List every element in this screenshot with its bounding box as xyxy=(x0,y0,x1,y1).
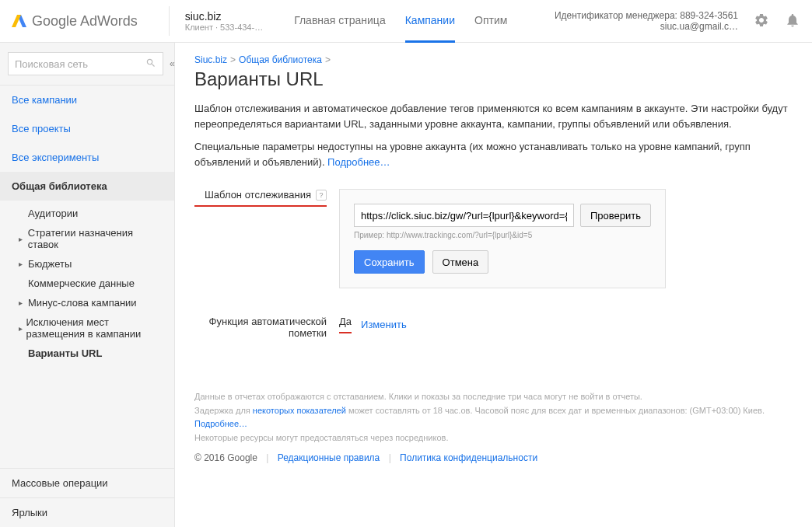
gear-icon[interactable] xyxy=(754,12,769,30)
nav-shared-library[interactable]: Общая библиотека xyxy=(0,172,174,201)
sidebar-item-label: Бюджеты xyxy=(28,258,72,270)
client-selector[interactable]: siuc.biz Клиент · 533-434-… xyxy=(169,6,278,36)
tab-home[interactable]: Главная страница xyxy=(294,0,386,43)
tracking-template-label: Шаблон отслеживания ? xyxy=(194,189,327,207)
collapse-sidebar-icon[interactable]: « xyxy=(170,58,175,69)
copyright: © 2016 Google xyxy=(194,452,257,463)
breadcrumb: Siuc.biz>Общая библиотека> xyxy=(194,54,793,65)
learn-more-link[interactable]: Подробнее… xyxy=(327,156,390,168)
sidebar-item-budgets[interactable]: ▸Бюджеты xyxy=(0,254,174,274)
breadcrumb-link[interactable]: Общая библиотека xyxy=(239,54,322,65)
nav-all-experiments[interactable]: Все эксперименты xyxy=(0,143,174,172)
adwords-logo-icon xyxy=(12,13,27,29)
save-button[interactable]: Сохранить xyxy=(354,250,425,274)
bell-icon[interactable] xyxy=(785,12,800,30)
search-box[interactable] xyxy=(8,52,163,75)
verify-button[interactable]: Проверить xyxy=(580,204,651,227)
logo-text: Google AdWords xyxy=(32,13,138,30)
sidebar-item-label: Коммерческие данные xyxy=(28,277,135,289)
learn-more-footer-link[interactable]: Подробнее… xyxy=(194,419,247,428)
tab-optim[interactable]: Оптим xyxy=(474,0,507,43)
tracking-url-input[interactable] xyxy=(354,204,574,227)
search-input[interactable] xyxy=(15,58,145,70)
arrow-icon: ▸ xyxy=(19,324,23,333)
manager-id: Идентификатор менеджера: 889-324-3561 xyxy=(555,10,738,21)
tab-campaigns[interactable]: Кампании xyxy=(405,0,455,43)
metrics-link[interactable]: некоторых показателей xyxy=(253,406,346,415)
auto-tagging-value: Да xyxy=(339,316,352,333)
sidebar-item-label: Минус-слова кампании xyxy=(28,297,137,309)
sidebar-item-label: Стратегии назначения ставок xyxy=(28,227,163,250)
sidebar-item-label: Исключения мест размещения в кампании xyxy=(26,316,163,340)
editorial-link[interactable]: Редакционные правила xyxy=(278,452,380,463)
client-domain: siuc.biz xyxy=(185,10,263,23)
sidebar-item-placement-exclusions[interactable]: ▸Исключения мест размещения в кампании xyxy=(0,312,174,344)
footer-bar: © 2016 Google | Редакционные правила | П… xyxy=(194,452,793,463)
tracking-template-form: Проверить Пример: http://www.trackingc.c… xyxy=(339,189,666,288)
sidebar-item-bid-strategies[interactable]: ▸Стратегии назначения ставок xyxy=(0,223,174,254)
arrow-icon: ▸ xyxy=(19,260,25,268)
sidebar-item-audiences[interactable]: Аудитории xyxy=(0,204,174,223)
sidebar-item-url-options[interactable]: Варианты URL xyxy=(0,344,174,363)
privacy-link[interactable]: Политика конфиденциальности xyxy=(400,452,537,463)
breadcrumb-link[interactable]: Siuc.biz xyxy=(194,54,227,65)
page-title: Варианты URL xyxy=(194,68,793,90)
sidebar-item-label: Варианты URL xyxy=(28,347,102,359)
arrow-icon: ▸ xyxy=(19,298,25,307)
search-icon[interactable] xyxy=(145,58,156,71)
description-1: Шаблон отслеживания и автоматическое доб… xyxy=(194,101,793,131)
help-icon[interactable]: ? xyxy=(316,190,327,201)
change-link[interactable]: Изменить xyxy=(361,319,407,330)
footer-notes: Данные в отчетах отображаются с отставан… xyxy=(194,390,793,445)
nav-labels[interactable]: Ярлыки xyxy=(0,497,174,527)
sidebar-item-label: Аудитории xyxy=(28,208,78,219)
nav-all-projects[interactable]: Все проекты xyxy=(0,114,174,143)
arrow-icon: ▸ xyxy=(19,235,25,243)
auto-tagging-label: Функция автоматической пометки xyxy=(194,316,327,344)
nav-bulk-operations[interactable]: Массовые операции xyxy=(0,469,174,497)
client-id: Клиент · 533-434-… xyxy=(185,23,263,32)
manager-email: siuc.ua@gmail.c… xyxy=(555,21,738,32)
nav-all-campaigns[interactable]: Все кампании xyxy=(0,86,174,114)
sidebar-item-commercial-data[interactable]: Коммерческие данные xyxy=(0,274,174,293)
cancel-button[interactable]: Отмена xyxy=(432,250,489,274)
example-hint: Пример: http://www.trackingc.com/?url={l… xyxy=(354,231,651,239)
description-2: Специальные параметры недоступны на уров… xyxy=(194,139,793,169)
sidebar-item-neg-keywords[interactable]: ▸Минус-слова кампании xyxy=(0,293,174,312)
manager-info: Идентификатор менеджера: 889-324-3561 si… xyxy=(555,10,738,32)
logo: Google AdWords xyxy=(12,13,138,30)
